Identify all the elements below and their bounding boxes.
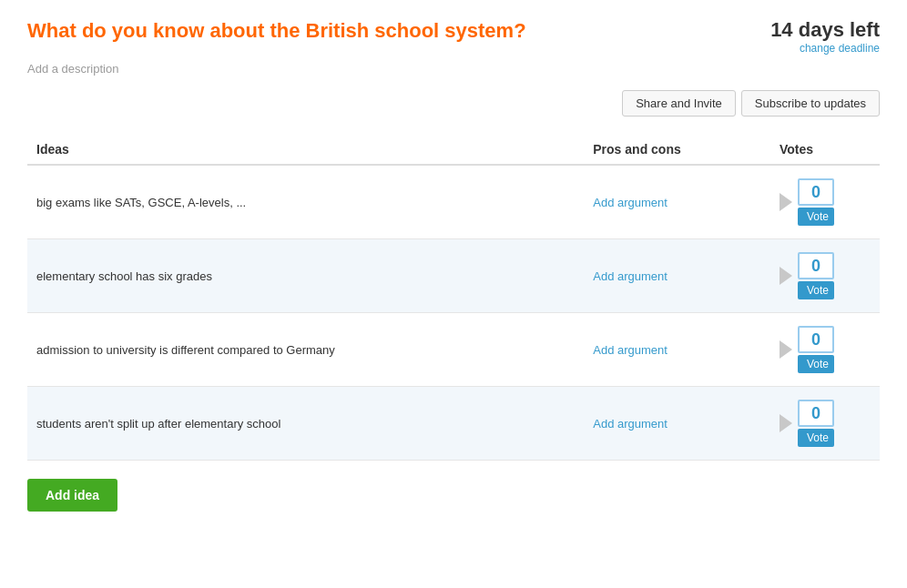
vote-count: 0	[798, 400, 834, 427]
add-idea-button[interactable]: Add idea	[27, 479, 117, 512]
col-pros-cons: Pros and cons	[584, 135, 770, 165]
vote-button[interactable]: Vote	[798, 208, 834, 226]
idea-text: students aren't split up after elementar…	[36, 417, 280, 431]
table-row: big exams like SATs, GSCE, A-levels, ...…	[27, 165, 880, 239]
table-row: elementary school has six gradesAdd argu…	[27, 239, 880, 313]
votes-cell: 0Vote	[770, 165, 880, 239]
description-placeholder[interactable]: Add a description	[27, 62, 880, 76]
deadline-block: 14 days left change deadline	[734, 18, 880, 55]
votes-cell: 0Vote	[770, 313, 880, 387]
pros-cons-cell: Add argument	[584, 387, 770, 461]
idea-cell: big exams like SATs, GSCE, A-levels, ...	[27, 165, 584, 239]
add-argument-link[interactable]: Add argument	[593, 417, 668, 431]
page-title: What do you know about the British schoo…	[27, 18, 526, 45]
days-label: days left	[799, 18, 880, 41]
votes-cell: 0Vote	[770, 387, 880, 461]
share-invite-button[interactable]: Share and Invite	[622, 90, 736, 117]
vote-count: 0	[798, 252, 834, 279]
pros-cons-cell: Add argument	[584, 313, 770, 387]
table-row: students aren't split up after elementar…	[27, 387, 880, 461]
add-argument-link[interactable]: Add argument	[593, 269, 668, 283]
subscribe-button[interactable]: Subscribe to updates	[741, 90, 880, 117]
col-ideas: Ideas	[27, 135, 584, 165]
table-row: admission to university is different com…	[27, 313, 880, 387]
vote-arrow-icon	[780, 340, 792, 359]
idea-cell: students aren't split up after elementar…	[27, 387, 584, 461]
vote-arrow-icon	[780, 267, 792, 285]
idea-cell: admission to university is different com…	[27, 313, 584, 387]
action-buttons: Share and Invite Subscribe to updates	[27, 90, 880, 117]
vote-count: 0	[798, 326, 834, 353]
col-votes: Votes	[770, 135, 880, 165]
ideas-table: Ideas Pros and cons Votes big exams like…	[27, 135, 880, 461]
idea-text: admission to university is different com…	[36, 343, 335, 357]
pros-cons-cell: Add argument	[584, 165, 770, 239]
vote-button[interactable]: Vote	[798, 281, 834, 299]
add-argument-link[interactable]: Add argument	[593, 343, 668, 357]
vote-button[interactable]: Vote	[798, 429, 834, 447]
vote-arrow-icon	[780, 414, 792, 432]
table-header: Ideas Pros and cons Votes	[27, 135, 880, 165]
table-body: big exams like SATs, GSCE, A-levels, ...…	[27, 165, 880, 461]
idea-text: elementary school has six grades	[36, 269, 212, 283]
idea-text: big exams like SATs, GSCE, A-levels, ...	[36, 196, 246, 209]
vote-count: 0	[798, 178, 834, 206]
add-argument-link[interactable]: Add argument	[593, 196, 668, 209]
page-header: What do you know about the British schoo…	[27, 18, 880, 55]
idea-cell: elementary school has six grades	[27, 239, 584, 313]
days-count: 14	[770, 18, 792, 41]
deadline-text: 14 days left	[734, 18, 880, 42]
pros-cons-cell: Add argument	[584, 239, 770, 313]
votes-cell: 0Vote	[770, 239, 880, 313]
vote-button[interactable]: Vote	[798, 355, 834, 373]
vote-arrow-icon	[780, 193, 792, 211]
change-deadline-link[interactable]: change deadline	[734, 42, 880, 55]
